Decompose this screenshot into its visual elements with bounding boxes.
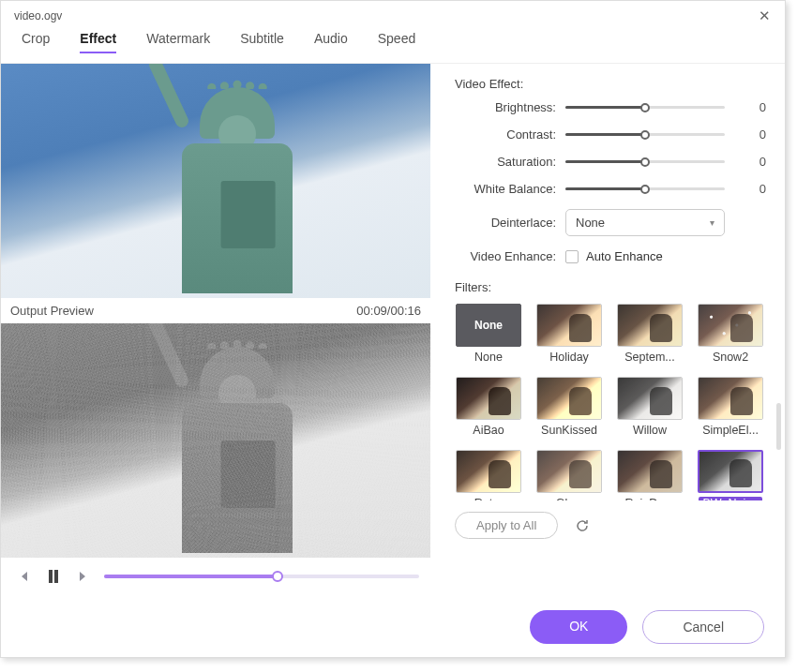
slider-value: 0 <box>744 182 766 196</box>
close-icon[interactable]: ✕ <box>755 7 774 25</box>
tab-effect[interactable]: Effect <box>80 31 116 53</box>
video-enhance-label: Video Enhance: <box>455 249 565 263</box>
filter-willow[interactable]: Willow <box>616 377 684 437</box>
reset-icon[interactable] <box>573 516 592 535</box>
slider-label: Saturation: <box>455 155 565 169</box>
filter-label: SunKissed <box>541 424 597 437</box>
slider-value: 0 <box>744 155 766 169</box>
filter-glow[interactable]: Glow <box>535 450 603 500</box>
contrast-slider[interactable] <box>565 128 725 142</box>
filter-label: SimpleEl... <box>702 424 759 437</box>
cancel-button[interactable]: Cancel <box>642 610 764 644</box>
filter-raindrop[interactable]: RainDrop <box>616 450 684 500</box>
filter-aibao[interactable]: AiBao <box>455 377 522 437</box>
tab-crop[interactable]: Crop <box>22 31 50 53</box>
filter-label: Holiday <box>549 351 589 364</box>
filter-simpleel[interactable]: SimpleEl... <box>697 377 764 437</box>
filter-label: RainDrop <box>625 497 675 500</box>
preview-time: 00:09/00:16 <box>356 304 421 318</box>
saturation-slider[interactable] <box>565 156 725 169</box>
filters-scrollbar[interactable] <box>776 403 781 450</box>
filter-label: Septem... <box>624 351 675 364</box>
tab-watermark[interactable]: Watermark <box>146 31 210 53</box>
slider-label: White Balance: <box>455 182 565 196</box>
filter-septem[interactable]: Septem... <box>616 304 684 364</box>
tab-audio[interactable]: Audio <box>314 31 348 53</box>
svg-rect-1 <box>54 570 58 583</box>
filter-label: Glow <box>556 497 582 500</box>
apply-to-all-button[interactable]: Apply to All <box>455 512 558 539</box>
whitebalance-slider[interactable] <box>565 183 725 196</box>
tab-bar: CropEffectWatermarkSubtitleAudioSpeed <box>1 31 785 64</box>
filter-label: AiBao <box>473 424 504 437</box>
filter-label: Snow2 <box>713 351 748 364</box>
filter-sunkissed[interactable]: SunKissed <box>535 377 603 437</box>
slider-label: Contrast: <box>455 127 565 142</box>
deinterlace-select[interactable]: None ▾ <box>565 209 725 236</box>
auto-enhance-label: Auto Enhance <box>586 249 663 263</box>
filter-label: Retro <box>474 497 504 500</box>
filter-label: Willow <box>633 424 667 437</box>
svg-rect-0 <box>49 570 53 583</box>
prev-frame-icon[interactable] <box>14 567 33 586</box>
brightness-slider[interactable] <box>565 101 725 114</box>
slider-value: 0 <box>744 100 766 114</box>
filters-heading: Filters: <box>455 280 766 294</box>
video-effect-heading: Video Effect: <box>455 77 766 91</box>
output-preview-label: Output Preview <box>10 304 94 318</box>
deinterlace-label: Deinterlace: <box>455 216 565 230</box>
pause-icon[interactable] <box>44 567 63 586</box>
chevron-down-icon: ▾ <box>710 217 714 228</box>
filter-label: BW_Noise <box>699 497 761 500</box>
filter-bwnoise[interactable]: BW_Noise <box>697 450 764 500</box>
tab-subtitle[interactable]: Subtitle <box>240 31 284 53</box>
slider-label: Brightness: <box>455 100 565 114</box>
original-preview <box>1 64 430 298</box>
output-preview <box>1 323 430 558</box>
filter-snow2[interactable]: Snow2 <box>697 304 764 364</box>
seek-slider[interactable] <box>104 569 419 584</box>
ok-button[interactable]: OK <box>530 610 627 644</box>
tab-speed[interactable]: Speed <box>378 31 415 53</box>
window-title: video.ogv <box>14 9 62 22</box>
filter-label: None <box>474 351 503 364</box>
filter-none[interactable]: NoneNone <box>455 304 522 364</box>
next-frame-icon[interactable] <box>74 567 93 586</box>
filter-holiday[interactable]: Holiday <box>535 304 603 364</box>
filter-retro[interactable]: Retro <box>455 450 522 500</box>
auto-enhance-checkbox[interactable] <box>565 250 579 263</box>
slider-value: 0 <box>744 127 766 142</box>
